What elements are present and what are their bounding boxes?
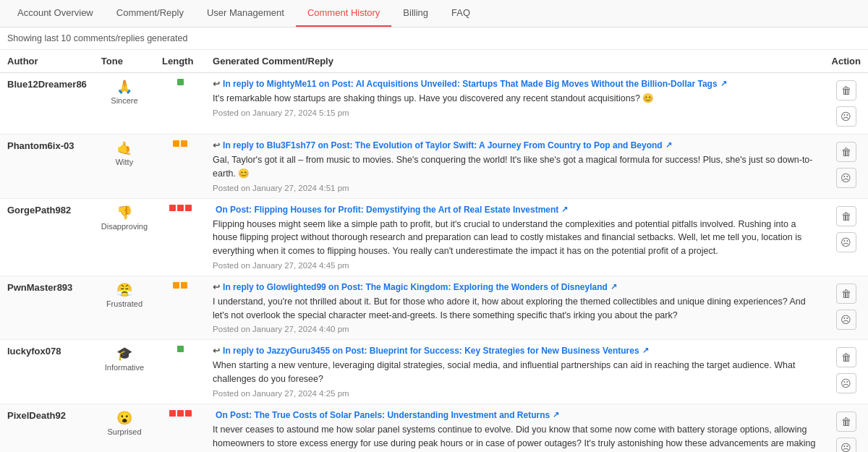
tone-label: Informative xyxy=(105,363,144,372)
length-dot xyxy=(173,282,179,289)
delete-button[interactable]: 🗑 xyxy=(836,283,856,304)
comment-header: On Post: Flipping Houses for Profit: Dem… xyxy=(213,205,817,215)
tone-cell: 😤Frustrated xyxy=(94,276,155,340)
action-cell: 🗑 ☹ xyxy=(825,73,868,135)
reply-icon: ↩ xyxy=(213,346,220,356)
nav-tab-billing[interactable]: Billing xyxy=(391,0,440,27)
tone-icon: 🙏 xyxy=(101,79,148,95)
comment-header: ↩ In reply to MightyMe11 on Post: AI Acq… xyxy=(213,79,817,89)
post-title-link[interactable]: In reply to Glowlighted99 on Post: The M… xyxy=(223,282,608,292)
action-cell: 🗑 ☹ xyxy=(825,340,868,404)
col-header-comment: Generated Comment/Reply xyxy=(205,50,824,73)
author-cell: PixelDeath92 xyxy=(0,404,94,452)
external-link-icon: ↗ xyxy=(665,140,672,150)
col-header-action: Action xyxy=(825,50,868,73)
post-title-link[interactable]: On Post: The True Costs of Solar Panels:… xyxy=(216,410,550,420)
length-dots xyxy=(166,205,195,211)
subtitle: Showing last 10 comments/replies generat… xyxy=(0,27,868,50)
comment-cell: ↩ In reply to JazzyGuru3455 on Post: Blu… xyxy=(205,340,824,404)
length-dot xyxy=(185,410,192,417)
external-link-icon: ↗ xyxy=(642,346,649,355)
table-row: PwnMaster893😤Frustrated↩ In reply to Glo… xyxy=(0,276,868,340)
comment-header: ↩ In reply to JazzyGuru3455 on Post: Blu… xyxy=(213,346,817,356)
comment-body: When starting a new venture, leveraging … xyxy=(213,359,817,386)
table-row: GorgePath982👎DisapprovingOn Post: Flippi… xyxy=(0,198,868,276)
action-cell: 🗑 ☹ xyxy=(825,198,868,276)
tone-cell: 😮Surprised xyxy=(94,404,155,452)
action-buttons: 🗑 ☹ xyxy=(832,205,861,254)
length-dot xyxy=(169,205,176,211)
comment-body: Gal, Taylor's got it all – from music to… xyxy=(213,153,817,181)
author-cell: GorgePath982 xyxy=(0,198,94,276)
comment-date: Posted on January 27, 2024 4:45 pm xyxy=(213,261,817,270)
length-cell xyxy=(155,404,205,452)
delete-button[interactable]: 🗑 xyxy=(836,80,856,101)
dislike-button[interactable]: ☹ xyxy=(836,310,856,330)
post-title-link[interactable]: In reply to MightyMe11 on Post: AI Acqui… xyxy=(223,79,718,89)
comment-cell: On Post: Flipping Houses for Profit: Dem… xyxy=(205,198,824,276)
dislike-button[interactable]: ☹ xyxy=(836,438,856,452)
comment-date: Posted on January 27, 2024 4:51 pm xyxy=(213,184,817,192)
length-cell xyxy=(155,198,205,276)
action-buttons: 🗑 ☹ xyxy=(832,79,861,128)
reply-icon: ↩ xyxy=(213,140,220,150)
comments-table: Author Tone Length Generated Comment/Rep… xyxy=(0,50,868,452)
length-dots xyxy=(166,346,195,352)
length-dots xyxy=(166,79,195,85)
post-title-link[interactable]: On Post: Flipping Houses for Profit: Dem… xyxy=(216,205,558,215)
nav-tab-account-overview[interactable]: Account Overview xyxy=(6,0,105,27)
nav-tabs: Account OverviewComment/ReplyUser Manage… xyxy=(0,0,868,27)
length-cell xyxy=(155,135,205,199)
reply-icon: ↩ xyxy=(213,79,220,89)
comment-date: Posted on January 27, 2024 5:15 pm xyxy=(213,108,817,117)
length-cell xyxy=(155,340,205,404)
tone-cell: 🙏Sincere xyxy=(94,73,155,135)
tone-label: Frustrated xyxy=(106,299,142,308)
comment-header: ↩ In reply to Blu3F1sh77 on Post: The Ev… xyxy=(213,140,817,150)
dislike-button[interactable]: ☹ xyxy=(836,168,856,188)
nav-tab-comment-reply[interactable]: Comment/Reply xyxy=(105,0,195,27)
dislike-button[interactable]: ☹ xyxy=(836,106,856,127)
table-row: Blue12Dreamer86🙏Sincere↩ In reply to Mig… xyxy=(0,73,868,135)
action-buttons: 🗑 ☹ xyxy=(832,410,861,452)
dislike-button[interactable]: ☹ xyxy=(836,232,856,252)
external-link-icon: ↗ xyxy=(553,410,559,419)
action-cell: 🗑 ☹ xyxy=(825,135,868,199)
post-title-link[interactable]: In reply to Blu3F1sh77 on Post: The Evol… xyxy=(223,140,663,150)
tone-icon: 🎓 xyxy=(101,346,148,362)
length-dot xyxy=(177,205,184,211)
tone-icon: 👎 xyxy=(101,205,148,221)
delete-button[interactable]: 🗑 xyxy=(836,142,856,162)
comment-cell: ↩ In reply to Glowlighted99 on Post: The… xyxy=(205,276,824,340)
comment-cell: On Post: The True Costs of Solar Panels:… xyxy=(205,404,824,452)
nav-tab-faq[interactable]: FAQ xyxy=(440,0,482,27)
length-dot xyxy=(177,410,184,417)
comment-date: Posted on January 27, 2024 4:25 pm xyxy=(213,389,817,398)
comment-body: It never ceases to astound me how solar … xyxy=(213,423,817,452)
nav-tab-comment-history[interactable]: Comment History xyxy=(296,0,391,27)
delete-button[interactable]: 🗑 xyxy=(836,206,856,226)
table-row: luckyfox078🎓Informative↩ In reply to Jaz… xyxy=(0,340,868,404)
length-dot xyxy=(169,410,176,417)
tone-icon: 🤙 xyxy=(101,140,148,156)
dislike-button[interactable]: ☹ xyxy=(836,373,856,393)
comment-body: Flipping houses might seem like a simple… xyxy=(213,218,817,258)
tone-icon: 😮 xyxy=(101,410,148,426)
reply-icon: ↩ xyxy=(213,282,220,292)
external-link-icon: ↗ xyxy=(561,205,568,214)
tone-label: Witty xyxy=(116,158,133,166)
tone-cell: 🤙Witty xyxy=(94,135,155,199)
col-header-author: Author xyxy=(0,50,94,73)
action-cell: 🗑 ☹ xyxy=(825,404,868,452)
length-dots xyxy=(166,410,195,417)
delete-button[interactable]: 🗑 xyxy=(836,347,856,367)
table-row: Phantom6ix-03🤙Witty↩ In reply to Blu3F1s… xyxy=(0,135,868,199)
nav-tab-user-management[interactable]: User Management xyxy=(195,0,296,27)
author-cell: luckyfox078 xyxy=(0,340,94,404)
author-cell: PwnMaster893 xyxy=(0,276,94,340)
post-title-link[interactable]: In reply to JazzyGuru3455 on Post: Bluep… xyxy=(223,346,639,356)
length-dot xyxy=(181,282,187,289)
delete-button[interactable]: 🗑 xyxy=(836,412,856,432)
comment-header: On Post: The True Costs of Solar Panels:… xyxy=(213,410,817,420)
col-header-length: Length xyxy=(155,50,205,73)
